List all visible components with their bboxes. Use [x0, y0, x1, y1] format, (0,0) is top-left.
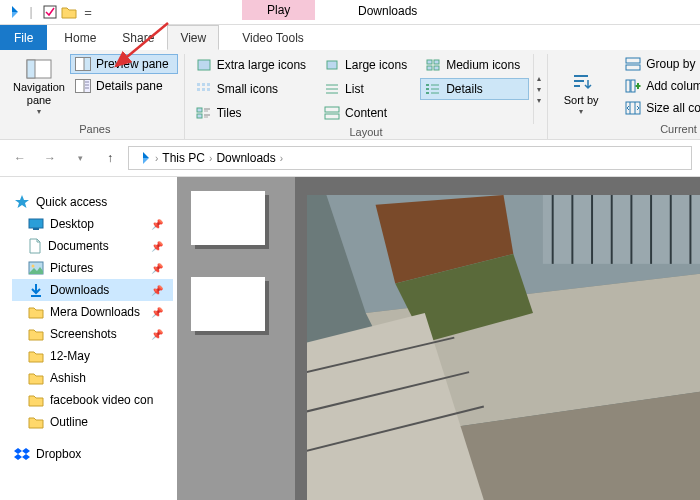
- preview-image: [307, 195, 700, 500]
- sort-group: Sort by ▾: [548, 54, 614, 139]
- content-icon: [324, 106, 340, 120]
- sidebar-item-pictures[interactable]: Pictures📌: [12, 257, 173, 279]
- content-button[interactable]: Content: [319, 102, 416, 124]
- sidebar-item-ashish[interactable]: Ashish: [12, 367, 173, 389]
- list-icon: [324, 82, 340, 96]
- checkbox-icon[interactable]: [42, 4, 58, 20]
- sidebar-item-fb[interactable]: facebook video con: [12, 389, 173, 411]
- svg-rect-2: [27, 60, 35, 78]
- extra-large-icons-button[interactable]: Extra large icons: [191, 54, 315, 76]
- svg-rect-18: [207, 83, 210, 86]
- details-pane-icon: [75, 79, 91, 93]
- small-icons-button[interactable]: Small icons: [191, 78, 315, 100]
- svg-rect-27: [426, 88, 429, 90]
- pin-icon: 📌: [151, 219, 163, 230]
- home-tab[interactable]: Home: [51, 25, 109, 50]
- chevron-down-icon: ▾: [37, 107, 41, 116]
- pin-icon: 📌: [151, 263, 163, 274]
- sidebar-item-12may[interactable]: 12-May: [12, 345, 173, 367]
- explorer-body: Quick access Desktop📌 Documents📌 Picture…: [0, 177, 700, 500]
- pin-icon: 📌: [151, 329, 163, 340]
- svg-rect-38: [325, 114, 339, 119]
- download-icon: [28, 282, 44, 298]
- svg-rect-10: [198, 60, 210, 70]
- layout-expand-icon[interactable]: ▾: [537, 96, 541, 105]
- svg-rect-29: [426, 92, 429, 94]
- file-tab[interactable]: File: [0, 25, 47, 50]
- list-button[interactable]: List: [319, 78, 416, 100]
- svg-rect-53: [33, 228, 39, 230]
- sidebar-item-dropbox[interactable]: Dropbox: [12, 443, 173, 465]
- current-view-group-label: Current view: [660, 121, 700, 139]
- star-icon: [14, 194, 30, 210]
- svg-rect-31: [197, 108, 202, 112]
- sidebar-item-desktop[interactable]: Desktop📌: [12, 213, 173, 235]
- preview-pane-button[interactable]: Preview pane: [70, 54, 178, 74]
- sidebar-item-screenshots[interactable]: Screenshots📌: [12, 323, 173, 345]
- svg-rect-37: [325, 107, 339, 112]
- back-button[interactable]: ←: [8, 146, 32, 170]
- layout-scroll-down-icon[interactable]: ▾: [537, 85, 541, 94]
- thumbnail[interactable]: [191, 277, 265, 331]
- recent-dropdown[interactable]: ▾: [68, 146, 92, 170]
- dropbox-icon: [14, 446, 30, 462]
- svg-rect-15: [434, 66, 439, 70]
- forward-button[interactable]: →: [38, 146, 62, 170]
- svg-rect-20: [202, 88, 205, 91]
- tiles-button[interactable]: Tiles: [191, 102, 315, 124]
- layout-scroll-up-icon[interactable]: ▴: [537, 74, 541, 83]
- pictures-icon: [28, 261, 44, 275]
- svg-rect-42: [626, 58, 640, 63]
- layout-group: Extra large icons Large icons Medium ico…: [185, 54, 548, 139]
- desktop-icon: [28, 217, 44, 231]
- small-icons-icon: [196, 82, 212, 96]
- folder-icon: [28, 415, 44, 429]
- large-icons-button[interactable]: Large icons: [319, 54, 416, 76]
- thumbnail[interactable]: [191, 191, 265, 245]
- chevron-right-icon[interactable]: ›: [280, 153, 283, 164]
- group-by-button[interactable]: Group by▾: [620, 54, 700, 74]
- details-button[interactable]: Details: [420, 78, 529, 100]
- details-pane-button[interactable]: Details pane: [70, 76, 178, 96]
- breadcrumb-thispc[interactable]: This PC: [162, 151, 205, 165]
- view-tab[interactable]: View: [167, 25, 219, 50]
- sidebar-item-outline[interactable]: Outline: [12, 411, 173, 433]
- sort-by-button[interactable]: Sort by ▾: [554, 54, 608, 133]
- folder-icon[interactable]: [61, 4, 77, 20]
- ribbon: Navigation pane ▾ Preview pane Details p…: [0, 50, 700, 140]
- chevron-down-icon: ▾: [579, 107, 583, 116]
- sort-icon: [568, 72, 594, 92]
- svg-rect-16: [197, 83, 200, 86]
- svg-rect-12: [427, 60, 432, 64]
- svg-rect-44: [626, 80, 630, 92]
- qa-dropdown-icon[interactable]: =: [80, 4, 96, 20]
- folder-icon: [28, 305, 44, 319]
- chevron-right-icon[interactable]: ›: [209, 153, 212, 164]
- medium-icons-button[interactable]: Medium icons: [420, 54, 529, 76]
- svg-rect-63: [543, 195, 700, 264]
- xl-icons-icon: [196, 58, 212, 72]
- up-button[interactable]: ↑: [98, 146, 122, 170]
- svg-point-55: [32, 265, 35, 268]
- breadcrumb-root-icon[interactable]: [135, 150, 151, 166]
- svg-rect-4: [84, 58, 91, 71]
- panes-group: Navigation pane ▾ Preview pane Details p…: [6, 54, 185, 139]
- add-columns-button[interactable]: Add columns▾: [620, 76, 700, 96]
- chevron-right-icon[interactable]: ›: [155, 153, 158, 164]
- folder-icon: [28, 327, 44, 341]
- svg-rect-43: [626, 65, 640, 70]
- sidebar-item-documents[interactable]: Documents📌: [12, 235, 173, 257]
- sidebar-item-mera[interactable]: Mera Downloads📌: [12, 301, 173, 323]
- size-all-columns-button[interactable]: Size all columns to f: [620, 98, 700, 118]
- breadcrumb-downloads[interactable]: Downloads: [216, 151, 275, 165]
- sidebar-item-downloads[interactable]: Downloads📌: [12, 279, 173, 301]
- video-tools-tab[interactable]: Video Tools: [229, 25, 317, 50]
- group-by-icon: [625, 57, 641, 71]
- document-icon: [28, 238, 42, 254]
- share-tab[interactable]: Share: [109, 25, 167, 50]
- breadcrumb[interactable]: › This PC › Downloads ›: [128, 146, 692, 170]
- navigation-pane-button[interactable]: Navigation pane ▾: [12, 54, 66, 121]
- svg-rect-25: [426, 84, 429, 86]
- add-columns-icon: [625, 79, 641, 93]
- quick-access-item[interactable]: Quick access: [12, 191, 173, 213]
